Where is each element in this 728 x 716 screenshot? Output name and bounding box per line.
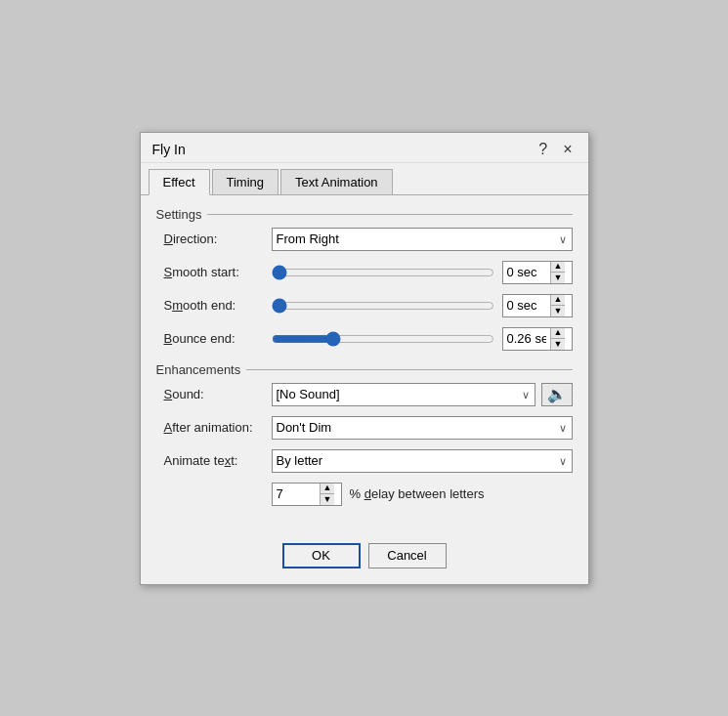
tab-content: Settings Direction: From Bottom From Lef… <box>141 195 588 533</box>
smooth-start-up[interactable]: ▲ <box>551 262 566 274</box>
sound-label: Sound: <box>164 387 272 401</box>
sound-dropdown-container: [No Sound] Applause Breeze Camera Cash R… <box>272 383 535 406</box>
delay-up[interactable]: ▲ <box>321 484 335 495</box>
close-button[interactable]: × <box>559 141 576 158</box>
dialog-footer: OK Cancel <box>141 533 588 584</box>
delay-down[interactable]: ▼ <box>321 494 335 505</box>
bounce-end-slider-wrap <box>272 327 494 351</box>
bounce-end-up[interactable]: ▲ <box>551 328 566 340</box>
title-bar: Fly In ? × <box>141 133 588 163</box>
tab-bar: Effect Timing Text Animation <box>141 163 588 195</box>
sound-select[interactable]: [No Sound] Applause Breeze Camera Cash R… <box>272 383 535 406</box>
animate-text-select[interactable]: All at once By word By letter <box>272 449 573 473</box>
enhancements-section-label: Enhancements <box>156 362 573 377</box>
title-bar-actions: ? × <box>535 141 576 158</box>
tab-effect[interactable]: Effect <box>149 169 210 195</box>
smooth-start-down[interactable]: ▼ <box>551 273 566 283</box>
delay-label: % delay between letters <box>350 486 485 501</box>
smooth-end-slider-wrap <box>272 294 494 317</box>
animate-text-row: Animate text: All at once By word By let… <box>156 449 573 473</box>
bounce-end-slider[interactable] <box>272 329 494 349</box>
cancel-button[interactable]: Cancel <box>368 543 447 569</box>
smooth-start-spinner: ▲ ▼ <box>502 261 573 284</box>
smooth-end-spinner: ▲ ▼ <box>502 294 573 317</box>
smooth-start-label: Smooth start: <box>164 265 272 279</box>
fly-in-dialog: Fly In ? × Effect Timing Text Animation … <box>140 132 589 585</box>
after-animation-select[interactable]: Don't Dim Hide After Animation Hide on N… <box>272 416 573 440</box>
smooth-start-row: Smooth start: ▲ ▼ <box>156 261 573 284</box>
smooth-end-input[interactable] <box>503 295 550 316</box>
dialog-title: Fly In <box>152 142 535 157</box>
sound-dropdown-wrap: [No Sound] Applause Breeze Camera Cash R… <box>272 383 573 406</box>
settings-section: Settings Direction: From Bottom From Lef… <box>156 207 573 351</box>
direction-dropdown-wrap: From Bottom From Left From Right From To… <box>272 228 573 251</box>
tab-text-animation[interactable]: Text Animation <box>280 169 393 194</box>
smooth-end-row: Smooth end: ▲ ▼ <box>156 294 573 317</box>
bounce-end-input[interactable] <box>503 328 550 350</box>
direction-dropdown-container: From Bottom From Left From Right From To… <box>272 228 573 251</box>
animate-text-dropdown-wrap: All at once By word By letter <box>272 449 573 473</box>
bounce-end-row: Bounce end: ▲ ▼ <box>156 327 573 351</box>
smooth-start-spinner-buttons: ▲ ▼ <box>550 262 566 283</box>
bounce-end-spinner: ▲ ▼ <box>502 327 573 351</box>
direction-row: Direction: From Bottom From Left From Ri… <box>156 228 573 251</box>
smooth-end-up[interactable]: ▲ <box>551 295 566 307</box>
smooth-end-spinner-buttons: ▲ ▼ <box>550 295 566 316</box>
smooth-start-input[interactable] <box>503 262 550 283</box>
smooth-end-down[interactable]: ▼ <box>551 306 566 316</box>
bounce-end-down[interactable]: ▼ <box>551 339 566 350</box>
animate-text-label: Animate text: <box>164 453 272 468</box>
sound-row: Sound: [No Sound] Applause Breeze Camera… <box>156 383 573 406</box>
settings-section-label: Settings <box>156 207 573 222</box>
direction-label: Direction: <box>164 232 272 246</box>
animate-text-dropdown-container: All at once By word By letter <box>272 449 573 473</box>
delay-row: ▲ ▼ % delay between letters <box>156 483 573 506</box>
after-animation-row: After animation: Don't Dim Hide After An… <box>156 416 573 440</box>
bounce-end-spinner-buttons: ▲ ▼ <box>550 328 566 350</box>
bounce-end-label: Bounce end: <box>164 331 272 346</box>
ok-button[interactable]: OK <box>282 543 361 569</box>
after-animation-dropdown-container: Don't Dim Hide After Animation Hide on N… <box>272 416 573 440</box>
smooth-end-slider[interactable] <box>272 296 494 316</box>
after-animation-label: After animation: <box>164 420 272 435</box>
delay-input[interactable] <box>273 484 320 505</box>
bounce-end-controls: ▲ ▼ <box>272 327 573 351</box>
direction-select[interactable]: From Bottom From Left From Right From To… <box>272 228 573 251</box>
smooth-end-controls: ▲ ▼ <box>272 294 573 317</box>
enhancements-section: Enhancements Sound: [No Sound] Applause … <box>156 362 573 506</box>
after-animation-dropdown-wrap: Don't Dim Hide After Animation Hide on N… <box>272 416 573 440</box>
delay-spinner: ▲ ▼ <box>272 483 342 506</box>
sound-preview-button[interactable]: 🔈 <box>541 383 573 406</box>
smooth-start-slider-wrap <box>272 261 494 284</box>
smooth-start-slider[interactable] <box>272 263 494 282</box>
speaker-icon: 🔈 <box>547 385 567 403</box>
delay-spinner-buttons: ▲ ▼ <box>320 484 335 505</box>
help-button[interactable]: ? <box>535 141 551 158</box>
smooth-start-controls: ▲ ▼ <box>272 261 573 284</box>
tab-timing[interactable]: Timing <box>212 169 279 194</box>
smooth-end-label: Smooth end: <box>164 298 272 313</box>
